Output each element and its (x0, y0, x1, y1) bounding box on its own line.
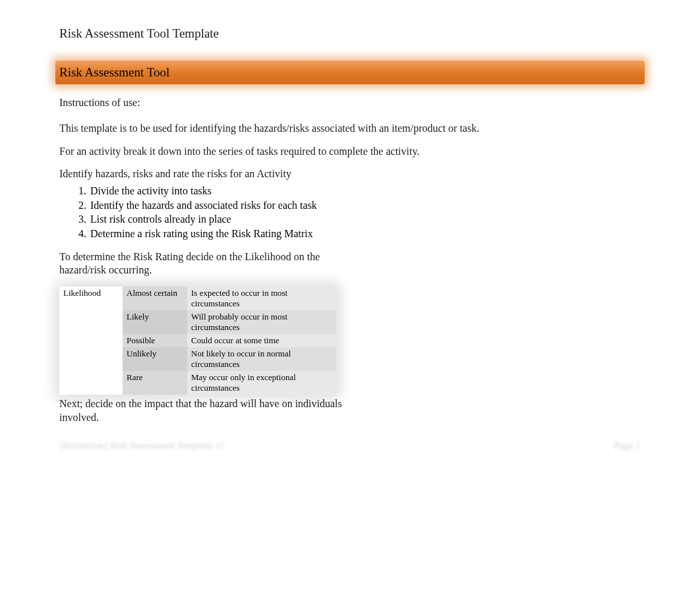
document-title: Risk Assessment Tool Template (59, 26, 641, 41)
document-page: Risk Assessment Tool Template Risk Asses… (0, 0, 700, 425)
likelihood-level: Unlikely (123, 347, 187, 371)
likelihood-level: Likely (123, 310, 187, 334)
likelihood-desc: Will probably occur in most circumstance… (187, 310, 336, 334)
likelihood-level: Possible (123, 334, 187, 347)
footer-left: [Institution] Risk Assessment Template v… (59, 440, 225, 451)
likelihood-desc: May occur only in exceptional circumstan… (187, 371, 336, 395)
step-item: Divide the activity into tasks (89, 184, 641, 198)
page-footer: [Institution] Risk Assessment Template v… (59, 440, 641, 451)
determine-text: To determine the Risk Rating decide on t… (59, 250, 343, 278)
intro-paragraph-1: This template is to be used for identify… (59, 122, 641, 136)
likelihood-desc: Not likely to occur in normal circumstan… (187, 347, 336, 371)
table-row: Likelihood Almost certain Is expected to… (59, 287, 336, 310)
instructions-label: Instructions of use: (59, 96, 641, 110)
title-banner: Risk Assessment Tool (55, 61, 645, 84)
identify-heading: Identify hazards, risks and rate the ris… (59, 167, 641, 181)
steps-list: Divide the activity into tasks Identify … (59, 184, 641, 240)
likelihood-desc: Could occur at some time (187, 334, 336, 347)
likelihood-table: Likelihood Almost certain Is expected to… (59, 287, 336, 395)
likelihood-desc: Is expected to occur in most circumstanc… (187, 287, 336, 310)
likelihood-level: Rare (123, 371, 187, 395)
step-item: Identify the hazards and associated risk… (89, 198, 641, 213)
footer-right: Page 1 (614, 440, 641, 451)
step-item: Determine a risk rating using the Risk R… (89, 227, 641, 241)
likelihood-level: Almost certain (123, 287, 187, 310)
banner-text: Risk Assessment Tool (55, 65, 645, 80)
next-text: Next; decide on the impact that the haza… (59, 397, 343, 425)
likelihood-header-cell: Likelihood (59, 287, 123, 395)
step-item: List risk controls already in place (89, 212, 641, 227)
intro-paragraph-2: For an activity break it down into the s… (59, 145, 641, 159)
